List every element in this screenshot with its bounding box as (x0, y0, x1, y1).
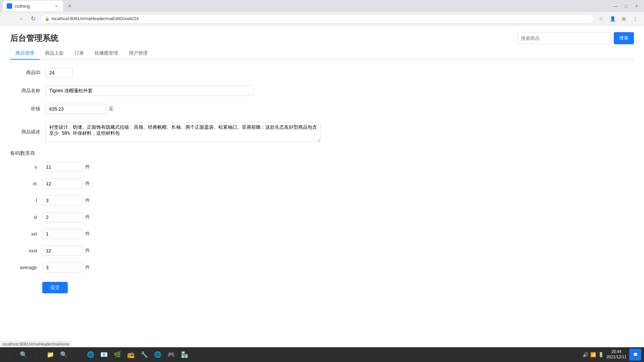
stock-section-title: 各码数库存 (10, 150, 634, 157)
desc-label: 商品描述 (13, 129, 40, 135)
size-label-xxxl: xxxl (10, 248, 37, 253)
address-actions: ☆ 👤 ⊞ ⋮ (596, 14, 640, 23)
search-area: 搜索 (517, 32, 634, 44)
lock-icon: 🔒 (45, 16, 50, 21)
stock-input-xxxl[interactable] (42, 246, 83, 256)
close-window-button[interactable]: × (632, 1, 641, 11)
tab-goods-listing[interactable]: 商品上架 (40, 48, 69, 60)
reload-button[interactable]: ↻ (28, 14, 38, 23)
form-row-id: 商品ID (13, 68, 631, 78)
url-bar[interactable]: 🔒 localhost:8081/#/maHeader/maEditGoods/… (40, 14, 594, 23)
bookmark-icon[interactable]: ☆ (596, 14, 606, 23)
unit-average: 件 (85, 264, 90, 270)
extension-icon[interactable]: ⊞ (619, 14, 629, 23)
tab-orders[interactable]: 订单 (69, 48, 89, 60)
window-controls: — □ × (610, 1, 641, 11)
unit-xl: 件 (85, 214, 90, 220)
unit-m: 件 (85, 181, 90, 187)
size-label-s: s (10, 164, 37, 170)
unit-xxxl: 件 (85, 248, 90, 254)
unit-s: 件 (85, 164, 90, 170)
form-row-desc: 商品描述 衬垫设计、纺缝、正面饰有隐藏式拉链、高领、经典帆帽、长袖、两个正面盖袋… (13, 122, 631, 142)
size-label-xxl: xxl (10, 231, 37, 237)
search-input[interactable] (517, 32, 611, 44)
form-section: 商品ID 商品名称 价钱 元 商品描述 衬垫设计、纺缝、正面饰有隐藏式拉链、高领… (10, 68, 634, 142)
tab-bar: clothing × + — □ × (0, 0, 644, 12)
tab-carousel[interactable]: 轮播图管理 (89, 48, 123, 60)
app-header: 后台管理系统 搜索 (10, 32, 634, 44)
id-label: 商品ID (13, 70, 40, 76)
forward-button[interactable]: → (16, 14, 25, 23)
size-label-xl: xl (10, 215, 37, 220)
stock-input-l[interactable] (42, 195, 83, 205)
search-button[interactable]: 搜索 (614, 32, 634, 44)
size-label-l: l (10, 198, 37, 203)
price-label: 价钱 (13, 106, 40, 112)
size-label-m: m (10, 181, 37, 186)
name-label: 商品名称 (13, 88, 40, 94)
unit-xxl: 件 (85, 231, 90, 237)
stock-section: 各码数库存 s 件 m 件 l 件 xl 件 x (10, 150, 634, 293)
tab-close-button[interactable]: × (54, 3, 59, 9)
tab-user-management[interactable]: 用户管理 (123, 48, 153, 60)
address-bar: ← → ↻ 🔒 localhost:8081/#/maHeader/maEdit… (0, 12, 644, 25)
unit-l: 件 (85, 197, 90, 203)
url-text: localhost:8081/#/maHeader/maEditGoods/24 (52, 16, 589, 21)
stock-row-l: l 件 (10, 195, 634, 205)
stock-row-xxl: xxl 件 (10, 229, 634, 239)
form-row-price: 价钱 元 (13, 104, 631, 114)
stock-input-average[interactable] (42, 262, 83, 273)
new-tab-button[interactable]: + (64, 1, 75, 11)
form-row-name: 商品名称 (13, 86, 631, 96)
app-content: 后台管理系统 搜索 商品管理 商品上架 订单 轮播图管理 用户管理 商品ID 商… (0, 25, 644, 300)
app-title: 后台管理系统 (10, 33, 58, 44)
price-unit: 元 (109, 106, 113, 112)
stock-input-m[interactable] (42, 179, 83, 189)
stock-input-xxl[interactable] (42, 229, 83, 239)
tab-favicon (7, 3, 12, 9)
tab-goods-management[interactable]: 商品管理 (10, 48, 40, 60)
browser-window: clothing × + — □ × ← → ↻ 🔒 localhost:808… (0, 0, 644, 300)
desc-textarea[interactable]: 衬垫设计、纺缝、正面饰有隐藏式拉链、高领、经典帆帽、长袖、两个正面盖袋、松紧袖口… (46, 122, 321, 142)
submit-button[interactable]: 提交 (42, 282, 68, 293)
price-input[interactable] (46, 104, 106, 114)
menu-icon[interactable]: ⋮ (631, 14, 640, 23)
back-button[interactable]: ← (4, 14, 13, 23)
nav-tabs: 商品管理 商品上架 订单 轮播图管理 用户管理 (10, 48, 634, 60)
stock-row-xxxl: xxxl 件 (10, 246, 634, 256)
minimize-button[interactable]: — (610, 1, 620, 11)
tab-title: clothing (15, 4, 51, 9)
maximize-button[interactable]: □ (621, 1, 631, 11)
profile-icon[interactable]: 👤 (608, 14, 617, 23)
stock-input-xl[interactable] (42, 212, 83, 222)
stock-row-xl: xl 件 (10, 212, 634, 222)
name-input[interactable] (46, 86, 254, 96)
browser-tab[interactable]: clothing × (3, 1, 63, 11)
stock-row-average: average 件 (10, 262, 634, 273)
id-input[interactable] (46, 68, 72, 78)
stock-row-m: m 件 (10, 179, 634, 189)
stock-input-s[interactable] (42, 162, 83, 172)
stock-row-s: s 件 (10, 162, 634, 172)
size-label-average: average (10, 265, 37, 270)
